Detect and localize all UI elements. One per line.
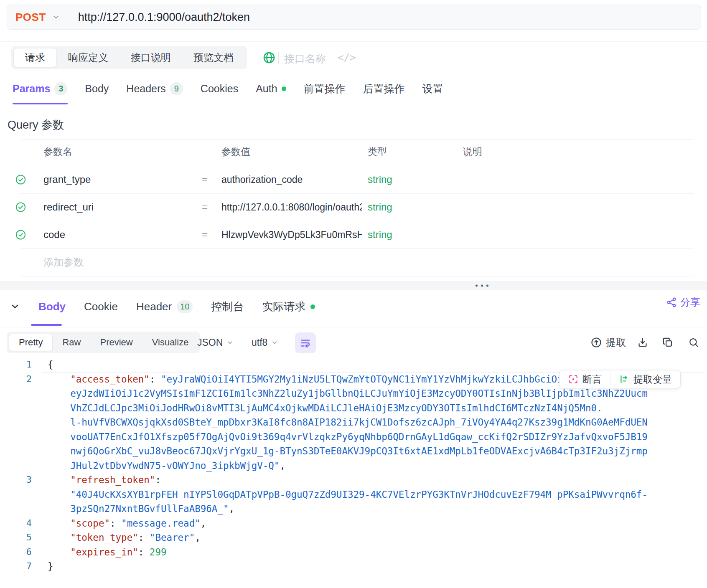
viewer-mode-pretty[interactable]: Pretty [9, 334, 53, 351]
param-name-input[interactable]: code [43, 229, 65, 241]
equals-sign: = [202, 201, 208, 213]
url-input[interactable]: http://127.0.0.1:9000/oauth2/token [78, 11, 250, 24]
code-line[interactable]: vooUAT7EnCxJfO1Xfszp05f7OgAjQvOi9t369q4v… [0, 430, 707, 444]
code-line[interactable]: 7} [0, 559, 707, 574]
code-line[interactable]: l-huVfVBCWXQsjqkXsd0SBteY_mpDbxr3KaI8fc8… [0, 415, 707, 430]
request-tab[interactable]: Params3 [13, 82, 67, 95]
check-circle-icon[interactable] [15, 229, 26, 241]
code-text: "access_token": "eyJraWQiOiI4YTI5MGY2My1… [48, 372, 625, 387]
line-number: 5 [0, 530, 32, 545]
endpoint-name-placeholder[interactable]: 接口名称 [284, 52, 326, 66]
response-tab[interactable]: 控制台 [211, 299, 244, 314]
code-text: "40J4UcKXsXYB1rpFEH_nIYPSl0GqDATpVPpB-0g… [48, 487, 648, 502]
collapse-chevron-icon[interactable] [10, 302, 20, 312]
encoding-select[interactable]: utf8 [252, 332, 278, 353]
extract-variable-button[interactable]: 提取变量 [610, 370, 680, 388]
line-number: 2 [0, 372, 32, 387]
word-wrap-button[interactable] [295, 332, 316, 353]
request-tab-label: Cookies [201, 83, 238, 95]
request-tab[interactable]: 后置操作 [363, 82, 405, 96]
response-tab[interactable]: Cookie [84, 300, 118, 313]
code-line[interactable]: 3pzSQn27NxntBGvfUllFaAB96A_", [0, 502, 707, 516]
line-number: 4 [0, 516, 32, 531]
response-tab[interactable]: Body [38, 300, 66, 313]
param-value-input[interactable]: http://127.0.0.1:8080/login/oauth2 [221, 202, 362, 213]
request-tab[interactable]: Body [85, 83, 109, 95]
extract-icon [590, 337, 602, 348]
panel-resize-handle[interactable] [0, 281, 707, 290]
divider [0, 327, 707, 327]
divider [278, 52, 279, 64]
viewer-mode-preview[interactable]: Preview [90, 334, 142, 351]
status-dot [282, 86, 286, 91]
request-tab[interactable]: Cookies [201, 83, 238, 95]
response-tab-label: Body [38, 300, 66, 313]
request-tab[interactable]: 前置操作 [304, 82, 346, 96]
download-button[interactable] [637, 332, 649, 353]
format-select[interactable]: JSON [197, 332, 234, 353]
param-name-input[interactable]: redirect_uri [43, 201, 94, 213]
code-text: "scope": "message.read", [48, 516, 206, 531]
code-line[interactable]: 3 "refresh_token": [0, 473, 707, 487]
request-tab[interactable]: 设置 [422, 82, 443, 96]
add-param-button[interactable]: 添加参数 [43, 256, 84, 269]
check-circle-icon[interactable] [15, 202, 26, 213]
code-text: 3pzSQn27NxntBGvfUllFaAB96A_", [48, 502, 234, 516]
equals-sign: = [202, 229, 208, 241]
doc-tab[interactable]: 预览文档 [182, 48, 245, 67]
copy-button[interactable] [662, 332, 674, 353]
query-param-row: redirect_uri=http://127.0.0.1:8080/login… [0, 193, 707, 221]
column-header: 说明 [463, 145, 482, 158]
extract-button[interactable]: 提取 [590, 332, 626, 353]
share-icon [666, 297, 677, 308]
doc-tab[interactable]: 响应定义 [57, 48, 120, 67]
code-line[interactable]: nwj6QoGrXbC_vuJ8vBeoc67JQxVjrYgxU_1g-BTy… [0, 444, 707, 459]
response-tab[interactable]: Header10 [136, 300, 193, 313]
code-line[interactable]: 5 "token_type": "Bearer", [0, 530, 707, 545]
extract-variable-label: 提取变量 [633, 373, 672, 386]
divider [0, 356, 707, 356]
api-client-window: POST http://127.0.0.1:9000/oauth2/token … [0, 0, 707, 588]
request-tab-label: 设置 [422, 82, 443, 96]
query-table-header: 参数名 参数值 类型 说明 [0, 139, 707, 164]
divider [20, 164, 694, 164]
code-line[interactable]: JHul2vtDbvYwdN75-vOWYJno_3ipkbWjgV-Q", [0, 459, 707, 473]
request-tab[interactable]: Headers9 [126, 82, 183, 95]
code-text: "refresh_token": [48, 473, 161, 487]
method-label: POST [15, 11, 46, 24]
search-button[interactable] [688, 332, 699, 353]
param-type[interactable]: string [368, 229, 392, 241]
code-line[interactable]: 4 "scope": "message.read", [0, 516, 707, 531]
request-tab[interactable]: Auth [256, 83, 286, 95]
copy-icon [662, 337, 674, 348]
code-line[interactable]: VhZCJdLCJpc3MiOiJodHRwOi8vMTI3LjAuMC4xOj… [0, 401, 707, 416]
method-select[interactable]: POST [7, 5, 68, 29]
viewer-mode-visualize[interactable]: Visualize [142, 334, 198, 351]
doc-tab[interactable]: 请求 [13, 48, 57, 67]
response-tab-label: 实际请求 [262, 299, 305, 314]
assert-button[interactable]: 断言 [559, 370, 610, 388]
param-value-input[interactable]: HlzwpVevk3WyDp5Lk3Fu0mRsHE [221, 229, 362, 241]
param-name-input[interactable]: grant_type [43, 174, 91, 185]
code-line[interactable]: "40J4UcKXsXYB1rpFEH_nIYPSl0GqDATpVPpB-0g… [0, 487, 707, 502]
search-icon [688, 337, 699, 348]
column-header: 参数值 [221, 145, 250, 158]
response-tab[interactable]: 实际请求 [262, 299, 315, 314]
response-body-editor[interactable]: 1{2 "access_token": "eyJraWQiOiI4YTI5MGY… [0, 357, 707, 574]
param-type[interactable]: string [368, 201, 392, 213]
param-value-input[interactable]: authorization_code [221, 174, 362, 185]
code-line[interactable]: 6 "expires_in": 299 [0, 545, 707, 560]
count-badge: 10 [177, 300, 193, 313]
equals-sign: = [202, 174, 208, 185]
doc-tabs: 请求响应定义接口说明预览文档 [11, 46, 247, 69]
check-circle-icon[interactable] [15, 174, 26, 185]
environment-globe-icon[interactable] [262, 51, 276, 64]
doc-tab[interactable]: 接口说明 [120, 48, 182, 67]
code-line[interactable]: eyJzdWIiOiJ1c2VyMSIsImF1ZCI6Im1lc3NhZ2lu… [0, 386, 707, 401]
param-type[interactable]: string [368, 174, 392, 185]
active-tab-indicator [31, 324, 62, 326]
viewer-mode-raw[interactable]: Raw [53, 334, 90, 351]
share-button[interactable]: 分享 [666, 296, 700, 309]
viewer-mode-switch: PrettyRawPreviewVisualize [7, 332, 200, 353]
request-tab-label: 前置操作 [304, 82, 346, 96]
